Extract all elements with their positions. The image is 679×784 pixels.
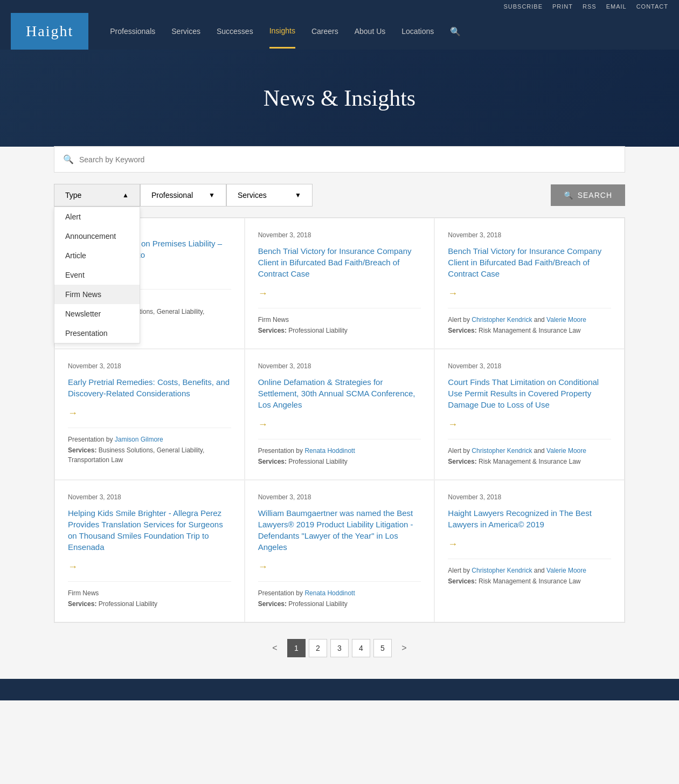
card-5-services: Services: Professional Liability bbox=[258, 458, 348, 465]
hero-section: News & Insights bbox=[0, 50, 679, 147]
card-8-title[interactable]: William Baumgaertner was named the Best … bbox=[258, 507, 421, 553]
card-6-type: Alert by Christopher Kendrick and Valeri… bbox=[448, 446, 611, 456]
card-6-arrow[interactable]: → bbox=[448, 419, 611, 430]
pagination-page-3[interactable]: 3 bbox=[330, 639, 349, 657]
card-2-arrow[interactable]: → bbox=[258, 288, 421, 299]
professional-chevron-icon: ▼ bbox=[209, 191, 215, 199]
pagination-page-2[interactable]: 2 bbox=[309, 639, 327, 657]
card-4-meta: Presentation by Jamison Gilmore Services… bbox=[68, 435, 231, 465]
dropdown-item-announcement[interactable]: Announcement bbox=[54, 226, 140, 246]
card-9-author1[interactable]: Christopher Kendrick bbox=[472, 567, 532, 574]
nav-professionals[interactable]: Professionals bbox=[110, 15, 155, 47]
card-4-arrow[interactable]: → bbox=[68, 408, 231, 419]
card-4: November 3, 2018 Early Pretrial Remedies… bbox=[54, 349, 245, 480]
subscribe-link[interactable]: SUBSCRIBE bbox=[503, 3, 543, 10]
nav-successes[interactable]: Successes bbox=[217, 15, 253, 47]
card-7: November 3, 2018 Helping Kids Smile Brig… bbox=[54, 480, 245, 622]
card-7-type: Firm News bbox=[68, 588, 231, 598]
card-8-arrow[interactable]: → bbox=[258, 561, 421, 573]
card-2-title[interactable]: Bench Trial Victory for Insurance Compan… bbox=[258, 245, 421, 279]
services-filter-label: Services bbox=[238, 191, 267, 200]
nav-insights[interactable]: Insights bbox=[269, 15, 295, 49]
card-9-author2[interactable]: Valerie Moore bbox=[546, 567, 586, 574]
services-filter-btn[interactable]: Services ▼ bbox=[226, 184, 313, 207]
card-5-author[interactable]: Renata Hoddinott bbox=[304, 447, 355, 455]
card-7-arrow[interactable]: → bbox=[68, 561, 231, 573]
card-9-services: Services: Risk Management & Insurance La… bbox=[448, 577, 580, 585]
search-bar: 🔍 bbox=[54, 146, 625, 173]
type-filter-label: Type bbox=[65, 191, 81, 200]
main-nav: Professionals Services Successes Insight… bbox=[110, 15, 668, 49]
nav-careers[interactable]: Careers bbox=[311, 15, 338, 47]
card-8-type: Presentation by Renata Hoddinott bbox=[258, 588, 421, 598]
card-9-type: Alert by Christopher Kendrick and Valeri… bbox=[448, 566, 611, 575]
card-4-title[interactable]: Early Pretrial Remedies: Costs, Benefits… bbox=[68, 376, 231, 399]
dropdown-item-article[interactable]: Article bbox=[54, 246, 140, 265]
nav-about[interactable]: About Us bbox=[355, 15, 386, 47]
card-5-arrow[interactable]: → bbox=[258, 419, 421, 430]
card-9-arrow[interactable]: → bbox=[448, 539, 611, 550]
card-7-services: Services: Professional Liability bbox=[68, 600, 157, 608]
card-8-date: November 3, 2018 bbox=[258, 493, 421, 501]
card-6-title[interactable]: Court Finds That Limitation on Condition… bbox=[448, 376, 611, 410]
card-3-title[interactable]: Bench Trial Victory for Insurance Compan… bbox=[448, 245, 611, 279]
card-8-services: Services: Professional Liability bbox=[258, 600, 348, 608]
card-3-services: Services: Risk Management & Insurance La… bbox=[448, 327, 580, 334]
card-8-author[interactable]: Renata Hoddinott bbox=[304, 589, 355, 597]
type-filter-container: Type ▲ Alert Announcement Article Event … bbox=[54, 184, 140, 207]
card-2-services: Services: Professional Liability bbox=[258, 327, 348, 334]
dropdown-item-presentation[interactable]: Presentation bbox=[54, 324, 140, 343]
pagination-page-4[interactable]: 4 bbox=[352, 639, 370, 657]
search-icon[interactable]: 🔍 bbox=[450, 26, 461, 37]
card-6: November 3, 2018 Court Finds That Limita… bbox=[434, 349, 625, 480]
card-4-date: November 3, 2018 bbox=[68, 362, 231, 370]
card-7-title[interactable]: Helping Kids Smile Brighter - Allegra Pe… bbox=[68, 507, 231, 553]
card-5: November 3, 2018 Online Defamation & Str… bbox=[245, 349, 435, 480]
search-button[interactable]: 🔍 SEARCH bbox=[551, 184, 625, 206]
pagination: < 1 2 3 4 5 > bbox=[0, 639, 679, 657]
nav-services[interactable]: Services bbox=[171, 15, 200, 47]
print-link[interactable]: PRINT bbox=[552, 3, 573, 10]
filter-row: Type ▲ Alert Announcement Article Event … bbox=[54, 184, 625, 207]
nav-locations[interactable]: Locations bbox=[401, 15, 434, 47]
card-5-date: November 3, 2018 bbox=[258, 362, 421, 370]
pagination-page-5[interactable]: 5 bbox=[373, 639, 392, 657]
card-6-meta: Alert by Christopher Kendrick and Valeri… bbox=[448, 446, 611, 466]
search-bar-icon: 🔍 bbox=[63, 154, 74, 164]
pagination-page-1[interactable]: 1 bbox=[287, 639, 306, 657]
card-6-date: November 3, 2018 bbox=[448, 362, 611, 370]
dropdown-item-firmnews[interactable]: Firm News bbox=[54, 285, 140, 304]
pagination-next[interactable]: > bbox=[395, 639, 413, 657]
card-9-title[interactable]: Haight Lawyers Recognized in The Best La… bbox=[448, 507, 611, 530]
contact-link[interactable]: CONTACT bbox=[636, 3, 668, 10]
professional-filter-label: Professional bbox=[151, 191, 193, 200]
search-btn-icon: 🔍 bbox=[564, 191, 573, 200]
card-3-author2[interactable]: Valerie Moore bbox=[546, 316, 586, 324]
card-2-date: November 3, 2018 bbox=[258, 231, 421, 239]
pagination-prev[interactable]: < bbox=[266, 639, 284, 657]
page-title: News & Insights bbox=[264, 85, 415, 111]
card-7-date: November 3, 2018 bbox=[68, 493, 231, 501]
card-9-meta: Alert by Christopher Kendrick and Valeri… bbox=[448, 566, 611, 586]
email-link[interactable]: EMAIL bbox=[606, 3, 627, 10]
card-3-arrow[interactable]: → bbox=[448, 288, 611, 299]
dropdown-item-event[interactable]: Event bbox=[54, 265, 140, 285]
dropdown-item-alert[interactable]: Alert bbox=[54, 207, 140, 226]
card-6-author1[interactable]: Christopher Kendrick bbox=[472, 447, 532, 455]
card-3-author1[interactable]: Christopher Kendrick bbox=[472, 316, 532, 324]
card-5-title[interactable]: Online Defamation & Strategies for Settl… bbox=[258, 376, 421, 410]
card-2-meta: Firm News Services: Professional Liabili… bbox=[258, 315, 421, 335]
card-4-author[interactable]: Jamison Gilmore bbox=[115, 436, 163, 443]
card-8: November 3, 2018 William Baumgaertner wa… bbox=[245, 480, 435, 622]
card-2-type: Firm News bbox=[258, 315, 421, 325]
logo-box[interactable]: Haight bbox=[11, 13, 88, 50]
search-input[interactable] bbox=[79, 155, 616, 164]
card-4-services: Services: Business Solutions, General Li… bbox=[68, 446, 204, 464]
type-filter-btn[interactable]: Type ▲ bbox=[54, 184, 140, 207]
card-7-meta: Firm News Services: Professional Liabili… bbox=[68, 588, 231, 609]
rss-link[interactable]: RSS bbox=[583, 3, 597, 10]
professional-filter-btn[interactable]: Professional ▼ bbox=[140, 184, 226, 207]
card-6-author2[interactable]: Valerie Moore bbox=[546, 447, 586, 455]
dropdown-item-newsletter[interactable]: Newsletter bbox=[54, 304, 140, 324]
card-8-meta: Presentation by Renata Hoddinott Service… bbox=[258, 588, 421, 609]
